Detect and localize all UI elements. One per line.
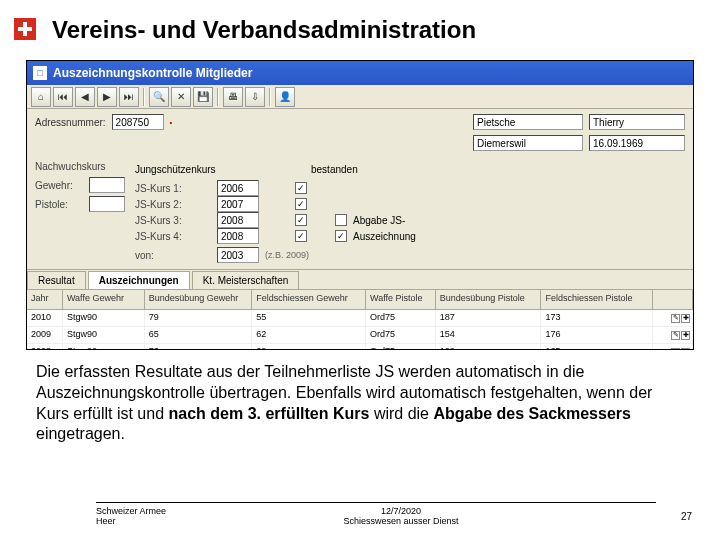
goto-next-icon[interactable]: ▶ [97, 87, 117, 107]
tab-auszeichnungen[interactable]: Auszeichnungen [88, 271, 190, 289]
page-title: Vereins- und Verbandsadministration [52, 16, 476, 44]
grid-header[interactable]: Feldschiessen Pistole [541, 290, 653, 309]
export-icon[interactable]: ⇩ [245, 87, 265, 107]
grid-cell: Stgw90 [63, 310, 145, 326]
address-label: Adressnummer: [35, 117, 106, 128]
body-paragraph: Die erfassten Resultate aus der Teilnehm… [36, 362, 676, 445]
grid-header[interactable]: Jahr [27, 290, 63, 309]
abgabe-label: Abgabe JS- [353, 215, 405, 226]
gewehr-field[interactable] [89, 177, 125, 193]
table-row[interactable]: 2010Stgw907955Ord75187173✎✚ [27, 310, 693, 327]
print-icon[interactable]: 🖶 [223, 87, 243, 107]
goto-first-icon[interactable]: ⏮ [53, 87, 73, 107]
find-icon[interactable]: 🔍 [149, 87, 169, 107]
von-field[interactable]: 2003 [217, 247, 259, 263]
kurs-checkbox[interactable]: ✓ [295, 214, 307, 226]
grid-cell: Ord75 [366, 327, 436, 343]
toolbar: ⌂ ⏮ ◀ ▶ ⏭ 🔍 ✕ 💾 🖶 ⇩ 👤 [27, 85, 693, 109]
grid-cell: 2010 [27, 310, 63, 326]
row-actions[interactable]: ✎✚ [653, 310, 693, 326]
grid-cell: 72 [145, 344, 253, 349]
results-grid: JahrWaffe GewehrBundesübung GewehrFeldsc… [27, 289, 693, 349]
von-label: von: [135, 250, 211, 261]
kurs-year-field[interactable]: 2006 [217, 180, 259, 196]
footer-dept: Schiesswesen ausser Dienst [343, 516, 458, 526]
grid-cell: 154 [436, 327, 542, 343]
grid-header[interactable] [653, 290, 693, 309]
auszeichnung-label: Auszeichnung [353, 231, 416, 242]
grid-cell: 60 [252, 344, 366, 349]
grid-cell: 55 [252, 310, 366, 326]
tab-resultat[interactable]: Resultat [27, 271, 86, 289]
page-number: 27 [681, 511, 692, 522]
grid-cell: Ord75 [366, 310, 436, 326]
kurs-checkbox[interactable]: ✓ [295, 182, 307, 194]
user-icon[interactable]: 👤 [275, 87, 295, 107]
footer-org1: Schweizer Armee [96, 506, 166, 516]
tab-meisterschaften[interactable]: Kt. Meisterschaften [192, 271, 300, 289]
window-icon: □ [33, 66, 47, 80]
grid-cell: Ord75 [366, 344, 436, 349]
gewehr-label: Gewehr: [35, 180, 83, 191]
grid-cell: 173 [541, 310, 653, 326]
von-hint: (z.B. 2009) [265, 250, 309, 260]
js-title: Jungschützenkurs [135, 164, 305, 175]
goto-prev-icon[interactable]: ◀ [75, 87, 95, 107]
row-actions[interactable]: ✎✚ [653, 327, 693, 343]
footer-org2: Heer [96, 516, 166, 526]
address-field[interactable]: 208750 [112, 114, 164, 130]
application-window: □ Auszeichnungskontrolle Mitglieder ⌂ ⏮ … [26, 60, 694, 350]
grid-cell: 187 [436, 310, 542, 326]
table-row[interactable]: 2008Stgw907260Ord75100165✎✚ [27, 344, 693, 349]
grid-cell: 65 [145, 327, 253, 343]
save-icon[interactable]: 💾 [193, 87, 213, 107]
window-title-text: Auszeichnungskontrolle Mitglieder [53, 66, 252, 80]
grid-cell: 100 [436, 344, 542, 349]
nachwuchs-title: Nachwuchskurs [35, 161, 125, 172]
grid-cell: 62 [252, 327, 366, 343]
kurs-checkbox[interactable]: ✓ [295, 198, 307, 210]
kurs-year-field[interactable]: 2008 [217, 212, 259, 228]
grid-cell: Stgw90 [63, 344, 145, 349]
window-titlebar: □ Auszeichnungskontrolle Mitglieder [27, 61, 693, 85]
grid-header[interactable]: Waffe Pistole [366, 290, 436, 309]
grid-cell: 165 [541, 344, 653, 349]
table-row[interactable]: 2009Stgw906562Ord75154176✎✚ [27, 327, 693, 344]
grid-cell: Stgw90 [63, 327, 145, 343]
home-icon[interactable]: ⌂ [31, 87, 51, 107]
grid-header[interactable]: Waffe Gewehr [63, 290, 145, 309]
footer: Schweizer Armee Heer 12/7/2020 Schiesswe… [96, 502, 656, 526]
kurs-label: JS-Kurs 2: [135, 199, 211, 210]
grid-header[interactable]: Feldschiessen Gewehr [252, 290, 366, 309]
kurs-label: JS-Kurs 3: [135, 215, 211, 226]
swiss-cross-logo [14, 18, 36, 40]
grid-cell: 176 [541, 327, 653, 343]
pistole-label: Pistole: [35, 199, 83, 210]
kurs-label: JS-Kurs 4: [135, 231, 211, 242]
grid-cell: 2008 [27, 344, 63, 349]
goto-last-icon[interactable]: ⏭ [119, 87, 139, 107]
kurs-checkbox[interactable]: ✓ [295, 230, 307, 242]
grid-header[interactable]: Bundesübung Gewehr [145, 290, 253, 309]
lastname-field[interactable]: Pietsche [473, 114, 583, 130]
firstname-field[interactable]: Thierry [589, 114, 685, 130]
auszeichnung-checkbox[interactable]: ✓ [335, 230, 347, 242]
kurs-label: JS-Kurs 1: [135, 183, 211, 194]
grid-header[interactable]: Bundesübung Pistole [436, 290, 542, 309]
kurs-year-field[interactable]: 2008 [217, 228, 259, 244]
grid-cell: 79 [145, 310, 253, 326]
row-actions[interactable]: ✎✚ [653, 344, 693, 349]
footer-date: 12/7/2020 [381, 506, 421, 516]
bestanden-label: bestanden [311, 164, 358, 175]
pistole-field[interactable] [89, 196, 125, 212]
kurs-year-field[interactable]: 2007 [217, 196, 259, 212]
city-field[interactable]: Diemerswil [473, 135, 583, 151]
required-mark: • [170, 118, 173, 127]
delete-icon[interactable]: ✕ [171, 87, 191, 107]
svg-rect-2 [18, 27, 32, 31]
dob-field[interactable]: 16.09.1969 [589, 135, 685, 151]
abgabe-checkbox[interactable] [335, 214, 347, 226]
tabs: Resultat Auszeichnungen Kt. Meisterschaf… [27, 269, 693, 289]
grid-cell: 2009 [27, 327, 63, 343]
